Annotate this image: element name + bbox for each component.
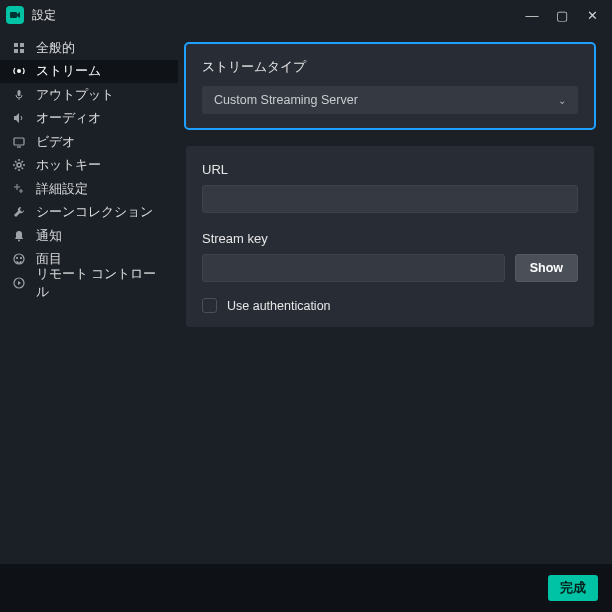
app-icon <box>6 6 24 24</box>
use-auth-checkbox[interactable] <box>202 298 217 313</box>
minimize-button[interactable]: — <box>518 3 546 27</box>
stream-type-panel: ストリームタイプ Custom Streaming Server ⌄ <box>186 44 594 128</box>
svg-point-13 <box>17 258 18 259</box>
stream-key-input[interactable] <box>202 254 505 282</box>
gears-icon <box>12 183 26 195</box>
svg-point-14 <box>21 258 22 259</box>
grid-icon <box>12 42 26 54</box>
svg-rect-2 <box>20 43 24 47</box>
svg-point-9 <box>16 186 18 188</box>
stream-key-label: Stream key <box>202 231 578 246</box>
window-title: 設定 <box>32 7 518 24</box>
chevron-down-icon: ⌄ <box>558 95 566 106</box>
sidebar-item-1[interactable]: ストリーム <box>0 60 178 84</box>
sidebar-item-label: 詳細設定 <box>36 180 88 198</box>
sidebar-item-3[interactable]: オーディオ <box>0 107 178 131</box>
sidebar-item-label: ストリーム <box>36 62 101 80</box>
sidebar: 全般的ストリームアウトプットオーディオビデオホットキー詳細設定シーンコレクション… <box>0 30 178 564</box>
face-icon <box>12 253 26 265</box>
url-input[interactable] <box>202 185 578 213</box>
monitor-icon <box>12 136 26 148</box>
svg-rect-6 <box>18 90 21 96</box>
close-button[interactable]: ✕ <box>578 3 606 27</box>
sidebar-item-0[interactable]: 全般的 <box>0 36 178 60</box>
sidebar-item-7[interactable]: シーンコレクション <box>0 201 178 225</box>
svg-point-8 <box>17 163 21 167</box>
svg-rect-4 <box>20 49 24 53</box>
remote-icon <box>12 277 26 289</box>
sidebar-item-4[interactable]: ビデオ <box>0 130 178 154</box>
wrench-icon <box>12 206 26 218</box>
svg-rect-1 <box>14 43 18 47</box>
sidebar-item-6[interactable]: 詳細設定 <box>0 177 178 201</box>
sidebar-item-label: ビデオ <box>36 133 75 151</box>
maximize-button[interactable]: ▢ <box>548 3 576 27</box>
sidebar-item-10[interactable]: リモート コントロール <box>0 271 178 295</box>
stream-type-value: Custom Streaming Server <box>214 93 358 107</box>
mic-icon <box>12 89 26 101</box>
sidebar-item-2[interactable]: アウトプット <box>0 83 178 107</box>
svg-rect-7 <box>14 138 24 145</box>
sidebar-item-label: アウトプット <box>36 86 114 104</box>
sidebar-item-label: リモート コントロール <box>36 265 166 301</box>
stream-type-label: ストリームタイプ <box>202 58 578 76</box>
sidebar-item-8[interactable]: 通知 <box>0 224 178 248</box>
window-buttons: — ▢ ✕ <box>518 3 606 27</box>
sidebar-item-label: 全般的 <box>36 39 75 57</box>
svg-point-5 <box>17 69 21 73</box>
sidebar-item-label: ホットキー <box>36 156 101 174</box>
speaker-icon <box>12 112 26 124</box>
show-key-button[interactable]: Show <box>515 254 578 282</box>
sidebar-item-label: オーディオ <box>36 109 101 127</box>
svg-rect-0 <box>10 12 17 18</box>
url-label: URL <box>202 162 578 177</box>
svg-point-11 <box>18 239 20 241</box>
use-auth-label: Use authentication <box>227 299 331 313</box>
done-button[interactable]: 完成 <box>548 575 598 601</box>
stream-type-select[interactable]: Custom Streaming Server ⌄ <box>202 86 578 114</box>
footer: 完成 <box>0 564 612 612</box>
bell-icon <box>12 230 26 242</box>
sidebar-item-label: 通知 <box>36 227 62 245</box>
content: ストリームタイプ Custom Streaming Server ⌄ URL S… <box>178 30 612 564</box>
svg-point-10 <box>20 190 22 192</box>
stream-settings-panel: URL Stream key Show Use authentication <box>186 146 594 327</box>
gear-icon <box>12 159 26 171</box>
stream-icon <box>12 65 26 77</box>
svg-rect-3 <box>14 49 18 53</box>
sidebar-item-label: シーンコレクション <box>36 203 153 221</box>
sidebar-item-5[interactable]: ホットキー <box>0 154 178 178</box>
titlebar: 設定 — ▢ ✕ <box>0 0 612 30</box>
